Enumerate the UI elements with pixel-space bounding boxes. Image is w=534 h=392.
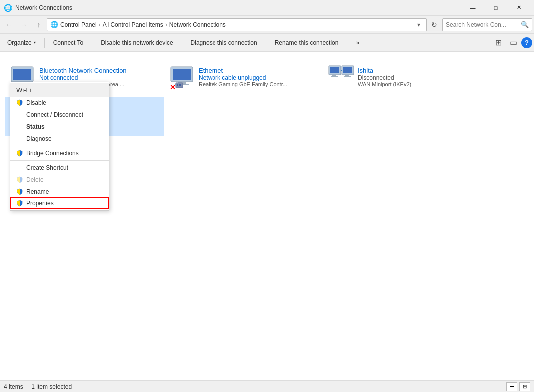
svg-text:✕: ✕ [170,83,176,90]
title-bar: 🌐 Network Connections — □ ✕ [0,0,534,16]
context-menu-connect[interactable]: Connect / Disconnect [10,109,109,121]
view-options-button[interactable]: ⊞ [491,36,505,50]
item-count: 4 items [4,383,23,390]
address-segment-1: Control Panel [60,21,97,28]
help-button[interactable]: ? [521,37,532,48]
address-segment-2: All Control Panel Items [103,21,163,28]
address-bar[interactable]: 🌐 Control Panel › All Control Panel Item… [47,18,427,31]
minimize-button[interactable]: — [461,0,484,16]
title-icon: 🌐 [4,4,12,12]
bluetooth-status: Not connected [39,74,160,81]
svg-rect-22 [344,76,351,77]
more-button[interactable]: » [350,36,365,50]
address-icon: 🌐 [50,21,58,28]
search-box[interactable]: 🔍 [442,18,532,31]
shield-icon-properties [16,200,23,207]
content-area: ✕ ʙ Bluetooth Network Connection Not con… [0,52,534,380]
status-left: 4 items 1 item selected [4,383,506,390]
address-dropdown-arrow[interactable]: ▾ [414,21,423,28]
context-menu-bridge[interactable]: Bridge Connections [10,147,109,159]
ethernet-adapter: Realtek Gaming GbE Family Contr... [199,81,319,87]
rename-button[interactable]: Rename this connection [269,36,344,50]
selected-count: 1 item selected [31,383,72,390]
disable-device-button[interactable]: Disable this network device [95,36,178,50]
network-item-ishita[interactable]: Ishita Disconnected WAN Miniport (IKEv2) [323,57,483,97]
up-button[interactable]: ↑ [32,18,46,32]
svg-rect-1 [13,69,31,80]
context-menu-properties[interactable]: Properties [10,197,109,209]
maximize-button[interactable]: □ [484,0,507,16]
shield-icon-bridge [16,150,23,157]
search-icon: 🔍 [521,21,529,28]
ishita-name: Ishita [358,67,478,74]
refresh-button[interactable]: ↻ [427,18,441,32]
context-menu: Wi-Fi Disable Connect / Disconnect Statu… [10,82,109,211]
shield-icon-delete [16,176,23,183]
ethernet-status: Network cable unplugged [199,74,319,81]
context-menu-sep-1 [10,146,109,146]
ishita-status: Disconnected [358,74,478,81]
context-menu-rename[interactable]: Rename [10,186,109,197]
shield-icon-disable [16,99,23,106]
organize-dropdown-arrow: ▾ [34,40,36,45]
ethernet-icon: ✕ [169,64,195,90]
ethernet-name: Ethernet [199,67,319,74]
connect-to-button[interactable]: Connect To [48,36,89,50]
toolbar-separator-2 [92,38,92,48]
tile-view-button[interactable]: ⊟ [519,382,530,391]
svg-rect-16 [330,67,339,73]
vpn-svg [328,64,354,90]
ethernet-svg: ✕ [169,64,195,90]
back-button[interactable]: ← [2,18,16,32]
svg-rect-14 [179,84,181,86]
window-title: Network Connections [15,4,461,11]
ethernet-info: Ethernet Network cable unplugged Realtek… [199,67,319,87]
organize-button[interactable]: Organize ▾ [2,36,41,50]
status-right: ☰ ⊟ [506,382,530,391]
status-bar: 4 items 1 item selected ☰ ⊟ [0,380,534,392]
vpn-icon [328,64,354,90]
toolbar-separator-5 [347,38,347,48]
ishita-adapter: WAN Miniport (IKEv2) [358,81,478,87]
network-item-ethernet[interactable]: ✕ Ethernet Network cable unplugged Realt… [164,57,323,97]
context-menu-delete: Delete [10,174,109,186]
svg-rect-8 [173,69,191,80]
view-pane-button[interactable]: ▭ [506,36,520,50]
close-button[interactable]: ✕ [507,0,530,16]
context-menu-diagnose[interactable]: Diagnose [10,133,109,145]
context-menu-sep-2 [10,160,109,161]
search-input[interactable] [446,21,521,28]
context-menu-shortcut[interactable]: Create Shortcut [10,162,109,174]
shield-icon-rename [16,188,23,195]
context-menu-disable[interactable]: Disable [10,97,109,109]
address-segment-3: Network Connections [169,21,226,28]
bluetooth-name: Bluetooth Network Connection [39,67,160,74]
toolbar-separator-4 [266,38,266,48]
window-controls: — □ ✕ [461,0,530,16]
ishita-info: Ishita Disconnected WAN Miniport (IKEv2) [358,67,478,87]
forward-button[interactable]: → [17,18,31,32]
context-menu-status[interactable]: Status [10,121,109,133]
nav-bar: ← → ↑ 🌐 Control Panel › All Control Pane… [0,16,534,34]
svg-rect-13 [177,84,178,86]
toolbar-separator-1 [44,38,45,48]
list-view-button[interactable]: ☰ [506,382,517,391]
toolbar-separator-3 [182,38,182,48]
context-menu-header: Wi-Fi [10,83,109,97]
diagnose-button[interactable]: Diagnose this connection [185,36,263,50]
svg-rect-21 [345,75,349,76]
svg-rect-20 [343,67,352,73]
svg-rect-17 [332,75,336,76]
svg-rect-18 [331,76,338,77]
toolbar: Organize ▾ Connect To Disable this netwo… [0,34,534,52]
